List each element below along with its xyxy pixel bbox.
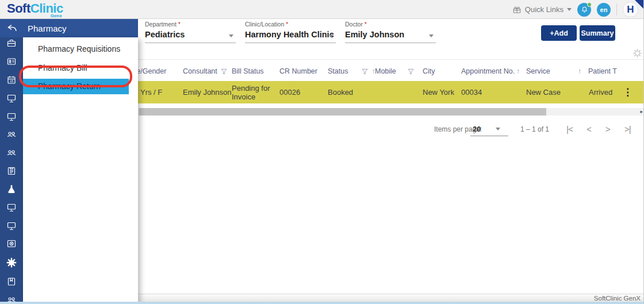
items-per-page-select[interactable]: 20: [473, 125, 481, 133]
clinic-location-select[interactable]: Clinic/Location * Harmony Health Clinic: [245, 21, 336, 43]
book-icon[interactable]: [6, 276, 17, 287]
calendar-icon[interactable]: 15: [6, 75, 17, 85]
column-header-cr-number[interactable]: CR Number: [279, 62, 317, 81]
clipboard-icon[interactable]: [6, 166, 17, 176]
gear-icon[interactable]: [6, 257, 17, 268]
scroll-right-arrow-icon[interactable]: ▸: [640, 109, 643, 114]
notification-dot: [587, 2, 592, 7]
cell-consultant: Emily Johnson: [183, 81, 232, 103]
clinic-location-value: Harmony Health Clinic: [245, 30, 336, 39]
quick-links-button[interactable]: Quick Links: [512, 5, 572, 14]
bell-icon: [581, 6, 588, 13]
column-header-city[interactable]: City: [423, 62, 435, 81]
chevron-down-icon: [429, 34, 434, 37]
column-header-mobile[interactable]: Mobile: [375, 62, 414, 81]
column-header-bill-status[interactable]: Bill Status: [232, 62, 264, 81]
menu-item-pharmacy-requisitions[interactable]: Pharmacy Requisitions: [23, 42, 138, 56]
next-page-button[interactable]: >: [605, 124, 610, 134]
sort-asc-icon[interactable]: ↑: [578, 62, 581, 81]
cell-patient-type: Arrived: [589, 81, 612, 103]
clinic-location-label: Clinic/Location: [245, 21, 284, 28]
chevron-down-icon[interactable]: [496, 128, 500, 130]
module-header: Pharmacy: [0, 19, 138, 37]
language-label: en: [600, 6, 608, 13]
footer-brand: SoftClinic GenX: [594, 295, 641, 302]
pagination-range: 1 – 1 of 1: [520, 125, 549, 133]
doctor-value: Emily Johnson: [345, 30, 436, 39]
cell-status: Booked: [328, 81, 353, 103]
gift-icon: [512, 5, 522, 14]
summary-button[interactable]: Summary: [580, 25, 615, 41]
cell-bill-status: Pending for Invoice: [232, 81, 278, 103]
window-bottom-edge: [0, 302, 644, 304]
top-bar: SoftClinic Genx Quick Links: [0, 0, 644, 19]
last-page-button[interactable]: >|: [624, 124, 631, 134]
briefcase-icon[interactable]: [6, 38, 17, 48]
column-header-service[interactable]: Service: [526, 62, 550, 81]
chevron-down-icon: [567, 8, 572, 11]
first-page-button[interactable]: |<: [566, 124, 573, 134]
app-logo[interactable]: SoftClinic Genx: [7, 1, 63, 16]
grid-settings-gear-icon[interactable]: [632, 48, 642, 58]
users-icon[interactable]: [6, 129, 17, 140]
add-button[interactable]: +Add: [541, 25, 577, 41]
doctor-select[interactable]: Doctor * Emily Johnson: [345, 21, 436, 43]
filter-funnel-icon[interactable]: [362, 68, 368, 75]
department-label: Department: [145, 21, 177, 28]
logo-subtext: Genx: [51, 13, 62, 18]
module-title: Pharmacy: [28, 24, 67, 33]
logo-text-soft: Soft: [7, 1, 30, 16]
filter-funnel-icon[interactable]: [408, 68, 414, 75]
department-value: Pediatrics: [145, 30, 236, 39]
column-header-status[interactable]: Status ↑: [328, 62, 375, 81]
sidebar-nav: 15: [0, 19, 23, 302]
topbar-divider: [616, 4, 617, 16]
corner-accent: [635, 0, 643, 9]
cell-cr-number: 00026: [279, 81, 300, 103]
required-mark: *: [178, 21, 181, 28]
notifications-button[interactable]: [577, 3, 591, 17]
language-button[interactable]: en: [597, 3, 611, 17]
pharmacy-submenu: Pharmacy Requisitions Pharmacy Bill Phar…: [23, 37, 138, 302]
filter-funnel-icon[interactable]: [221, 68, 227, 75]
svg-text:15: 15: [10, 79, 13, 83]
cell-age-gender: Yrs / F: [140, 81, 162, 103]
safe-icon[interactable]: [6, 238, 17, 249]
id-card-icon[interactable]: [6, 56, 17, 67]
monitor-icon[interactable]: [6, 221, 17, 231]
chevron-down-icon: [329, 34, 334, 37]
prev-page-button[interactable]: <: [586, 124, 591, 134]
doctor-label: Doctor: [345, 21, 363, 28]
monitor-icon[interactable]: [6, 93, 17, 103]
column-header-appointment-no[interactable]: Appointment No.: [461, 62, 515, 81]
menu-item-pharmacy-return[interactable]: Pharmacy Return: [23, 79, 129, 94]
cell-appointment-no: 00034: [461, 81, 482, 103]
required-mark: *: [365, 21, 367, 28]
chevron-down-icon: [229, 34, 233, 37]
users-icon[interactable]: [6, 295, 17, 302]
scrollbar-thumb[interactable]: [139, 108, 546, 116]
column-header-patient-type[interactable]: Patient T: [588, 62, 617, 81]
horizontal-scrollbar[interactable]: ▸: [138, 108, 644, 116]
flask-icon[interactable]: [6, 184, 17, 194]
menu-item-pharmacy-bill[interactable]: Pharmacy Bill: [23, 61, 138, 75]
users-icon[interactable]: [6, 148, 17, 158]
row-kebab-menu-icon[interactable]: ⋮: [623, 81, 632, 103]
items-per-page-underline: [470, 136, 508, 136]
back-arrow-icon[interactable]: [6, 23, 18, 33]
monitor-icon[interactable]: [6, 202, 17, 213]
department-select[interactable]: Department * Pediatrics: [145, 21, 236, 43]
cell-service: New Case: [526, 81, 561, 103]
quick-links-label: Quick Links: [525, 5, 564, 14]
grid-divider: [138, 59, 644, 60]
cell-city: New York: [423, 81, 454, 103]
sort-asc-icon[interactable]: ↑: [516, 62, 520, 81]
required-mark: *: [286, 21, 288, 28]
column-header-consultant[interactable]: Consultant: [183, 62, 227, 81]
app-window: SoftClinic Genx Quick Links: [0, 0, 644, 304]
monitor-icon[interactable]: [6, 111, 17, 122]
